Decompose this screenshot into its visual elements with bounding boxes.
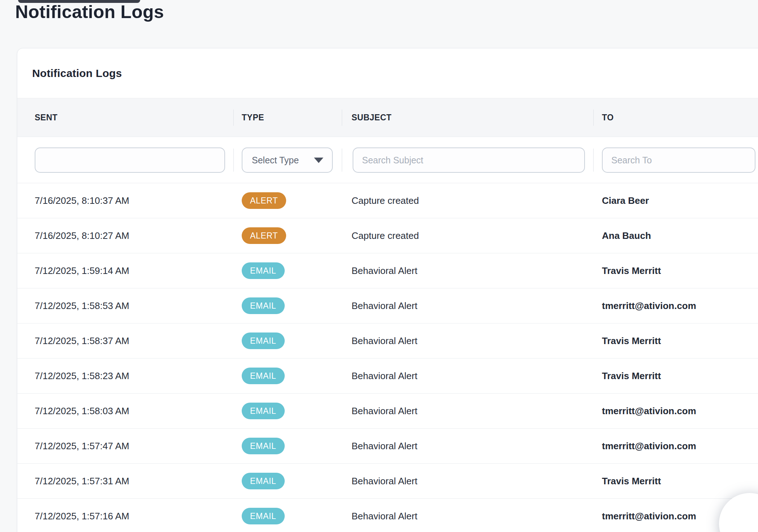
sent-cell: 7/12/2025, 1:58:23 AM [35,370,129,382]
column-divider [233,149,234,172]
column-header-type: TYPE [242,113,264,123]
type-badge: EMAIL [242,438,285,454]
type-cell: EMAIL [242,438,285,454]
to-cell: Travis Merritt [602,335,661,347]
to-cell: Travis Merritt [602,265,661,276]
subject-cell: Capture created [352,195,419,206]
type-badge: EMAIL [242,368,285,384]
column-header-to: TO [602,113,614,123]
column-divider [342,110,342,126]
to-cell: Travis Merritt [602,476,661,487]
card-title: Notification Logs [32,48,122,98]
subject-cell: Behavioral Alert [352,511,417,522]
type-cell: EMAIL [242,508,285,524]
sent-cell: 7/12/2025, 1:57:16 AM [35,511,129,522]
type-badge: EMAIL [242,473,285,489]
table-row: 7/16/2025, 8:10:37 AM ALERT Capture crea… [17,183,758,218]
subject-cell: Capture created [352,230,419,241]
sent-cell: 7/12/2025, 1:59:14 AM [35,265,129,276]
type-cell: ALERT [242,227,286,244]
table-row: 7/12/2025, 1:57:31 AM EMAIL Behavioral A… [17,464,758,499]
subject-cell: Behavioral Alert [352,300,417,312]
type-cell: EMAIL [242,262,285,279]
subject-filter-input[interactable] [353,147,585,173]
table-body: 7/16/2025, 8:10:37 AM ALERT Capture crea… [17,183,758,532]
column-header-sent: SENT [35,113,57,123]
sent-cell: 7/12/2025, 1:57:31 AM [35,476,129,487]
table-row: 7/12/2025, 1:58:37 AM EMAIL Behavioral A… [17,323,758,359]
to-cell: tmerritt@ativion.com [602,441,696,452]
sent-cell: 7/16/2025, 8:10:37 AM [35,195,129,206]
subject-cell: Behavioral Alert [352,476,417,487]
to-cell: tmerritt@ativion.com [602,406,696,417]
type-badge: EMAIL [242,332,285,349]
column-divider [593,110,594,126]
table-row: 7/12/2025, 1:57:16 AM EMAIL Behavioral A… [17,499,758,532]
type-filter-select[interactable]: Select Type [242,147,333,173]
column-divider [233,110,234,126]
sent-cell: 7/12/2025, 1:58:37 AM [35,335,129,347]
table-row: 7/12/2025, 1:58:53 AM EMAIL Behavioral A… [17,288,758,323]
type-badge: EMAIL [242,297,285,314]
subject-cell: Behavioral Alert [352,265,417,276]
to-cell: Travis Merritt [602,370,661,382]
type-cell: EMAIL [242,368,285,384]
type-cell: ALERT [242,192,286,209]
type-cell: EMAIL [242,403,285,419]
to-cell: Ana Bauch [602,230,651,241]
page-title: Notification Logs [15,1,164,22]
table-row: 7/12/2025, 1:58:03 AM EMAIL Behavioral A… [17,394,758,429]
type-cell: EMAIL [242,297,285,314]
table-row: 7/12/2025, 1:58:23 AM EMAIL Behavioral A… [17,359,758,394]
sent-cell: 7/16/2025, 8:10:27 AM [35,230,129,241]
subject-cell: Behavioral Alert [352,370,417,382]
to-cell: tmerritt@ativion.com [602,511,696,522]
type-cell: EMAIL [242,332,285,349]
type-badge: ALERT [242,192,286,209]
sent-cell: 7/12/2025, 1:58:03 AM [35,406,129,417]
table-header-row: SENT TYPE SUBJECT TO [17,98,758,137]
column-divider [342,149,342,172]
type-cell: EMAIL [242,473,285,489]
column-divider [593,149,594,172]
sent-cell: 7/12/2025, 1:57:47 AM [35,441,129,452]
table-row: 7/12/2025, 1:59:14 AM EMAIL Behavioral A… [17,253,758,288]
type-badge: ALERT [242,227,286,244]
to-cell: tmerritt@ativion.com [602,300,696,312]
table-row: 7/12/2025, 1:57:47 AM EMAIL Behavioral A… [17,429,758,464]
to-cell: Ciara Beer [602,195,649,206]
sent-filter-input[interactable] [35,147,225,173]
filter-row: Select Type [17,137,758,183]
table-row: 7/16/2025, 8:10:27 AM ALERT Capture crea… [17,218,758,253]
subject-cell: Behavioral Alert [352,335,417,347]
type-badge: EMAIL [242,508,285,524]
sent-cell: 7/12/2025, 1:58:53 AM [35,300,129,312]
type-filter-value: Select Type [252,155,299,166]
subject-cell: Behavioral Alert [352,441,417,452]
type-badge: EMAIL [242,403,285,419]
chevron-down-icon [314,158,323,163]
notification-logs-card: Notification Logs SENT TYPE SUBJECT TO S… [17,48,758,532]
column-header-subject: SUBJECT [352,113,392,123]
to-filter-input[interactable] [602,147,755,173]
subject-cell: Behavioral Alert [352,406,417,417]
type-badge: EMAIL [242,262,285,279]
